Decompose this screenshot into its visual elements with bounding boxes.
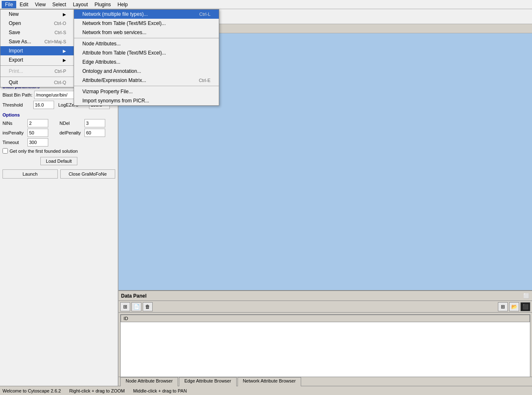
dp-btn-color[interactable]: ⬛ <box>520 302 530 311</box>
file-menu-sep1 <box>0 65 74 66</box>
timeout-label: Timeout <box>2 140 27 145</box>
dp-btn-trash[interactable]: 🗑 <box>143 302 153 311</box>
import-edge-attrs[interactable]: Edge Attributes... <box>74 57 219 67</box>
options-title: Options <box>2 112 115 117</box>
dp-toolbar-right: ⊞ 📂 ⬛ <box>498 302 530 311</box>
file-menu-save-as[interactable]: Save As... Ctrl+Maj-S <box>0 37 74 46</box>
data-panel-expand-icon[interactable]: ⬜ <box>523 293 530 299</box>
file-menu: New ▶ Open Ctrl-O Save Ctrl-S Save As...… <box>0 9 75 87</box>
blast-bin-input[interactable] <box>34 91 76 99</box>
menu-view[interactable]: View <box>32 1 49 8</box>
file-menu-quit[interactable]: Quit Ctrl-Q <box>0 78 74 87</box>
menu-plugins[interactable]: Plugins <box>91 1 114 8</box>
tab-network-attribute-browser[interactable]: Network Attribute Browser <box>238 377 301 386</box>
tab-node-attribute-browser[interactable]: Node Attribute Browser <box>120 377 178 386</box>
menu-edit[interactable]: Edit <box>16 1 32 8</box>
menubar: File Edit View Select Layout Plugins Hel… <box>0 0 532 9</box>
dp-btn-grid[interactable]: ⊞ <box>498 302 508 311</box>
first-solution-label: Get only the first founded solution <box>10 149 78 154</box>
import-submenu: Network (multiple file types)... Ctrl-L … <box>74 9 219 106</box>
data-panel: Data Panel ⬜ ⊞ 📄 🗑 ⊞ 📂 ⬛ ID <box>119 290 532 386</box>
bottom-tabs: Node Attribute Browser Edge Attribute Br… <box>119 377 532 386</box>
nins-label: NlNs <box>2 121 27 126</box>
import-synonyms[interactable]: Import synonyms from PICR... <box>74 96 219 105</box>
blast-bin-label: Blast Bin Path: <box>2 92 32 97</box>
del-penalty-input[interactable] <box>84 129 105 137</box>
file-menu-sep2 <box>0 77 74 77</box>
import-vizmap[interactable]: Vizmap Property File... <box>74 87 219 96</box>
data-table: ID <box>120 314 530 384</box>
file-menu-new[interactable]: New ▶ <box>0 10 74 19</box>
ndel-label: NDel <box>59 121 84 126</box>
dp-btn-folder[interactable]: 📂 <box>509 302 519 311</box>
import-expression-matrix[interactable]: Attribute/Expression Matrix... Ctrl-E <box>74 76 219 85</box>
data-panel-header: Data Panel ⬜ <box>119 291 532 301</box>
options-grid: NlNs NDel insPenalty delPenalty <box>2 119 115 137</box>
menu-select[interactable]: Select <box>49 1 69 8</box>
close-btn[interactable]: Close GraMoFoNe <box>60 169 116 179</box>
ins-penalty-label: insPenalty <box>2 130 27 135</box>
nins-row: NlNs <box>2 119 58 127</box>
import-network-table[interactable]: Network from Table (Text/MS Excel)... <box>74 19 219 28</box>
first-solution-checkbox[interactable] <box>2 148 8 154</box>
ndel-row: NDel <box>59 119 115 127</box>
tab-edge-attribute-browser[interactable]: Edge Attribute Browser <box>179 377 237 386</box>
import-node-attrs[interactable]: Node Attributes... <box>74 39 219 48</box>
import-network-multiple[interactable]: Network (multiple file types)... Ctrl-L <box>74 10 219 19</box>
id-column-header: ID <box>121 315 530 322</box>
timeout-row: Timeout <box>2 138 115 147</box>
import-network-web[interactable]: Network from web services... <box>74 28 219 37</box>
bottom-btns: Launch Close GraMoFoNe <box>2 169 115 179</box>
dp-btn-page[interactable]: 📄 <box>131 302 141 311</box>
ndel-input[interactable] <box>84 119 105 127</box>
menu-file[interactable]: File <box>2 1 16 8</box>
timeout-input[interactable] <box>27 138 48 147</box>
import-attr-table[interactable]: Attribute from Table (Text/MS Excel)... <box>74 48 219 57</box>
first-solution-row: Get only the first founded solution <box>2 148 115 154</box>
threshold-label: Threshold <box>2 102 32 107</box>
file-menu-export[interactable]: Export ▶ <box>0 55 74 65</box>
data-panel-title: Data Panel <box>121 293 146 299</box>
import-sep1 <box>74 38 219 38</box>
launch-btn[interactable]: Launch <box>2 169 58 179</box>
ins-penalty-row: insPenalty <box>2 129 58 137</box>
menu-layout[interactable]: Layout <box>69 1 91 8</box>
threshold-input[interactable] <box>33 101 54 109</box>
load-default-btn[interactable]: Load Default <box>40 157 77 165</box>
data-panel-toolbar: ⊞ 📄 🗑 ⊞ 📂 ⬛ <box>119 301 532 313</box>
status-right: Middle-click + drag to PAN <box>133 388 187 393</box>
dp-toolbar-left: ⊞ 📄 🗑 <box>120 302 153 311</box>
import-sep2 <box>74 86 219 86</box>
file-menu-print: Print... Ctrl-P <box>0 67 74 76</box>
dp-btn-table[interactable]: ⊞ <box>120 302 130 311</box>
file-menu-save[interactable]: Save Ctrl-S <box>0 28 74 37</box>
nins-input[interactable] <box>27 119 48 127</box>
status-left: Welcome to Cytoscape 2.6.2 <box>2 388 61 393</box>
ins-penalty-input[interactable] <box>27 129 48 137</box>
del-penalty-row: delPenalty <box>59 129 115 137</box>
statusbar: Welcome to Cytoscape 2.6.2 Right-click +… <box>0 386 532 395</box>
file-menu-import[interactable]: Import ▶ <box>0 46 74 55</box>
options-section: Options NlNs NDel insPenalty delPenalty <box>2 112 115 154</box>
menu-help[interactable]: Help <box>114 1 131 8</box>
status-middle: Right-click + drag to ZOOM <box>69 388 125 393</box>
import-ontology[interactable]: Ontology and Annotation... <box>74 67 219 76</box>
file-menu-open[interactable]: Open Ctrl-O <box>0 19 74 28</box>
del-penalty-label: delPenalty <box>59 130 84 135</box>
